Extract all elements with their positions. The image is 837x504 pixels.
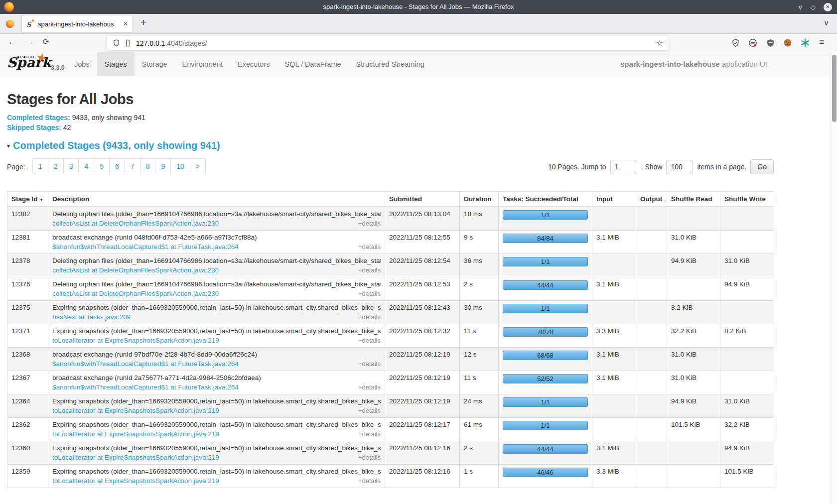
nav-item-stages[interactable]: Stages xyxy=(97,52,135,76)
window-minimize-button[interactable]: ∨ xyxy=(798,4,803,10)
stage-id-cell: 12381 xyxy=(7,231,48,254)
page-4-button[interactable]: 4 xyxy=(79,158,94,174)
tab-bar: S ★ spark-ingest-into-lakehous ✕ + ∨ xyxy=(0,14,837,34)
forward-button[interactable]: → xyxy=(26,37,34,46)
page-next-button[interactable]: > xyxy=(190,158,206,174)
tabs-dropdown-icon[interactable]: ∨ xyxy=(824,18,829,27)
stage-callsite-link[interactable]: collectAsList at DeleteOrphanFilesSparkA… xyxy=(52,290,219,297)
scrollbar-thumb[interactable] xyxy=(832,55,837,122)
page-5-button[interactable]: 5 xyxy=(94,158,110,174)
stage-callsite-link[interactable]: collectAsList at DeleteOrphanFilesSparkA… xyxy=(52,266,219,274)
details-toggle[interactable]: +details xyxy=(358,266,381,274)
details-toggle[interactable]: +details xyxy=(358,313,381,321)
details-toggle[interactable]: +details xyxy=(358,220,381,227)
starburst-extension-icon[interactable] xyxy=(800,38,810,48)
details-toggle[interactable]: +details xyxy=(358,430,381,438)
bookmark-star-icon[interactable]: ☆ xyxy=(656,38,663,48)
cookie-extension-icon[interactable] xyxy=(783,38,793,48)
url-bar[interactable]: 127.0.0.1:4040/stages/ ☆ xyxy=(107,36,669,50)
window-maximize-button[interactable]: ◇ xyxy=(811,4,816,10)
column-header-submitted[interactable]: Submitted xyxy=(385,192,460,207)
items-per-page-input[interactable] xyxy=(666,160,693,174)
back-button[interactable]: ← xyxy=(8,37,16,46)
output-cell xyxy=(636,418,667,441)
column-header-tasks-succeeded-total[interactable]: Tasks: Succeeded/Total xyxy=(499,192,592,207)
shuffle-write-cell: 101.5 KiB xyxy=(720,465,774,488)
column-header-description[interactable]: Description xyxy=(48,192,385,207)
column-header-stage-id[interactable]: Stage Id▾ xyxy=(7,192,48,207)
page-scrollbar[interactable] xyxy=(831,52,837,504)
details-toggle[interactable]: +details xyxy=(358,337,381,344)
stage-callsite-link[interactable]: toLocalIterator at ExpireSnapshotsSparkA… xyxy=(52,430,219,438)
skipped-stages-link[interactable]: Skipped Stages: xyxy=(7,124,61,131)
page-2-button[interactable]: 2 xyxy=(48,158,64,174)
page-9-button[interactable]: 9 xyxy=(155,158,171,174)
nav-item-structured-streaming[interactable]: Structured Streaming xyxy=(349,52,432,76)
stage-callsite-link[interactable]: $anonfun$withThreadLocalCaptured$1 at Fu… xyxy=(52,243,239,251)
description-cell: Expiring snapshots (older_than=166932055… xyxy=(48,324,385,348)
details-toggle[interactable]: +details xyxy=(358,243,381,251)
stage-callsite-link[interactable]: collectAsList at DeleteOrphanFilesSparkA… xyxy=(52,220,219,227)
menu-icon[interactable]: ≡ xyxy=(819,37,825,47)
details-toggle[interactable]: +details xyxy=(358,360,381,368)
details-toggle[interactable]: +details xyxy=(358,454,381,461)
duration-cell: 61 ms xyxy=(460,418,499,441)
shuffle-read-cell: 94.9 KiB xyxy=(667,394,720,418)
ublock-extension-icon[interactable] xyxy=(765,38,775,48)
table-header-row: Stage Id▾DescriptionSubmittedDurationTas… xyxy=(7,192,774,207)
nav-item-environment[interactable]: Environment xyxy=(175,52,230,76)
stage-callsite-link[interactable]: hasNext at Tasks.java:209 xyxy=(52,313,131,321)
nav-item-storage[interactable]: Storage xyxy=(135,52,175,76)
tasks-cell: 84/84 xyxy=(499,231,592,254)
spark-favicon-icon: S ★ xyxy=(26,20,34,28)
nav-item-executors[interactable]: Executors xyxy=(230,52,277,76)
page-1-button[interactable]: 1 xyxy=(32,158,48,174)
details-toggle[interactable]: +details xyxy=(358,290,381,297)
completed-stages-link[interactable]: Completed Stages: xyxy=(7,114,70,122)
page-3-button[interactable]: 3 xyxy=(64,158,79,174)
nav-item-jobs[interactable]: Jobs xyxy=(67,52,97,76)
stage-callsite-link[interactable]: $anonfun$withThreadLocalCaptured$1 at Fu… xyxy=(52,360,239,368)
jump-to-page-input[interactable] xyxy=(610,160,637,174)
column-header-duration[interactable]: Duration xyxy=(460,192,499,207)
browser-tab[interactable]: S ★ spark-ingest-into-lakehous ✕ xyxy=(22,15,133,32)
shuffle-write-cell xyxy=(720,371,774,394)
column-header-output[interactable]: Output xyxy=(636,192,667,207)
tasks-progress-bar: 1/1 xyxy=(503,421,588,430)
completed-stages-summary: Completed Stages: 9433, only showing 941 xyxy=(7,113,774,123)
spark-logo[interactable]: APACHE ★ Spark 3.3.0 xyxy=(6,53,67,76)
stage-callsite-link[interactable]: toLocalIterator at ExpireSnapshotsSparkA… xyxy=(52,477,219,485)
stage-description: Expiring snapshots (older_than=166932055… xyxy=(52,304,381,311)
shield-check-extension-icon[interactable] xyxy=(730,38,740,48)
output-cell xyxy=(636,465,667,488)
details-toggle[interactable]: +details xyxy=(358,477,381,485)
page-8-button[interactable]: 8 xyxy=(140,158,156,174)
window-close-button[interactable]: ✕ xyxy=(824,3,832,11)
mask-extension-icon[interactable] xyxy=(748,38,758,48)
page-6-button[interactable]: 6 xyxy=(110,158,125,174)
shield-icon[interactable] xyxy=(113,39,120,47)
completed-stages-section-header[interactable]: ▾Completed Stages (9433, only showing 94… xyxy=(7,140,774,151)
stage-id-cell: 12378 xyxy=(7,254,48,277)
stage-callsite-link[interactable]: $anonfun$withThreadLocalCaptured$1 at Fu… xyxy=(52,383,239,391)
tab-close-icon[interactable]: ✕ xyxy=(123,20,128,27)
reload-button[interactable]: ⟳ xyxy=(43,38,49,45)
details-toggle[interactable]: +details xyxy=(358,383,381,391)
column-header-shuffle-write[interactable]: Shuffle Write xyxy=(720,192,774,207)
new-tab-button[interactable]: + xyxy=(140,17,146,28)
go-button[interactable]: Go xyxy=(750,159,774,174)
page-info-icon[interactable] xyxy=(125,39,132,47)
page-title: Stages for All Jobs xyxy=(7,91,774,108)
column-header-shuffle-read[interactable]: Shuffle Read xyxy=(667,192,720,207)
stage-callsite-link[interactable]: toLocalIterator at ExpireSnapshotsSparkA… xyxy=(52,454,219,461)
stage-callsite-link[interactable]: toLocalIterator at ExpireSnapshotsSparkA… xyxy=(52,407,219,414)
column-header-input[interactable]: Input xyxy=(592,192,636,207)
url-text: 127.0.0.1:4040/stages/ xyxy=(136,39,656,47)
nav-item-sql-dataframe[interactable]: SQL / DataFrame xyxy=(277,52,348,76)
skipped-stages-summary: Skipped Stages: 42 xyxy=(7,123,774,132)
page-7-button[interactable]: 7 xyxy=(125,158,140,174)
details-toggle[interactable]: +details xyxy=(358,407,381,414)
stage-callsite-link[interactable]: toLocalIterator at ExpireSnapshotsSparkA… xyxy=(52,337,219,344)
page-10-button[interactable]: 10 xyxy=(171,158,190,174)
input-cell: 3.1 MiB xyxy=(592,348,636,371)
